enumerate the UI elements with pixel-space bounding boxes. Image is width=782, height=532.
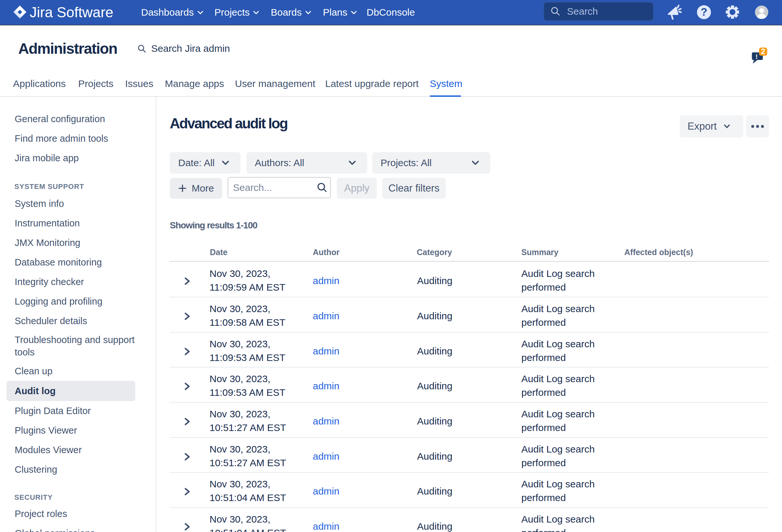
svg-text:!: ! [756, 53, 758, 60]
svg-text:2: 2 [761, 47, 765, 56]
svg-text:?: ? [701, 6, 707, 18]
